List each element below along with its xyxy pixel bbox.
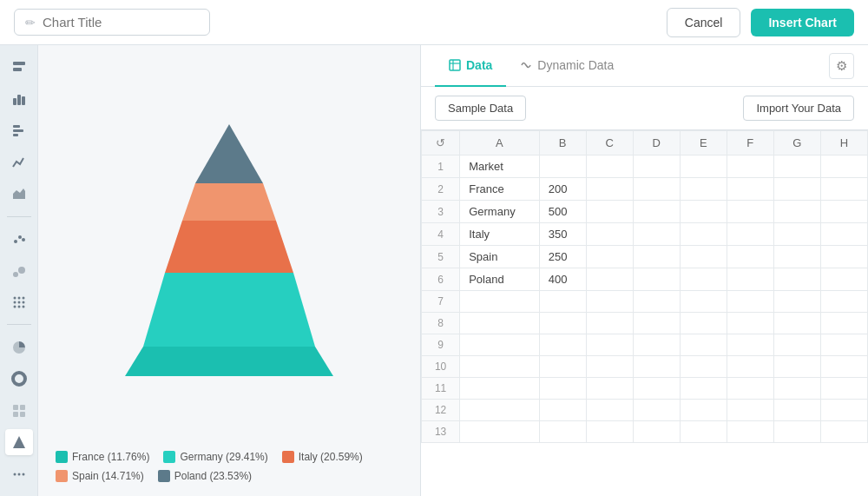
cell-empty[interactable] xyxy=(820,291,867,313)
cell-empty[interactable] xyxy=(586,223,633,246)
cell-empty[interactable] xyxy=(773,334,820,356)
cell-empty[interactable] xyxy=(680,178,727,201)
cell-empty[interactable] xyxy=(633,313,680,334)
cell-empty[interactable] xyxy=(773,313,820,334)
cell-empty[interactable] xyxy=(633,178,680,201)
cell-empty[interactable] xyxy=(586,291,633,313)
cell-empty[interactable] xyxy=(773,268,820,291)
cell-empty[interactable] xyxy=(773,155,820,178)
cell-empty[interactable] xyxy=(820,313,867,334)
cell-empty[interactable] xyxy=(633,400,680,421)
cell-empty[interactable] xyxy=(586,356,633,378)
cell-empty[interactable] xyxy=(680,334,727,356)
cell-empty[interactable] xyxy=(680,356,727,378)
sidebar-item-line[interactable] xyxy=(5,149,33,176)
cell-empty[interactable] xyxy=(586,421,633,443)
cell-empty[interactable] xyxy=(680,313,727,334)
sidebar-item-grid[interactable] xyxy=(5,397,33,424)
cell-a[interactable] xyxy=(460,378,539,400)
cell-empty[interactable] xyxy=(680,400,727,421)
cell-b[interactable]: 350 xyxy=(539,223,586,246)
cell-empty[interactable] xyxy=(727,201,773,223)
cell-b[interactable] xyxy=(539,334,586,356)
cell-b[interactable] xyxy=(539,155,586,178)
cell-empty[interactable] xyxy=(727,421,773,443)
cell-a[interactable] xyxy=(460,421,539,443)
cell-a[interactable]: Italy xyxy=(460,223,539,246)
sidebar-item-bubble[interactable] xyxy=(5,257,33,284)
cell-a[interactable]: Poland xyxy=(460,268,539,291)
cell-empty[interactable] xyxy=(680,421,727,443)
cell-empty[interactable] xyxy=(773,378,820,400)
cell-empty[interactable] xyxy=(727,246,773,268)
cell-empty[interactable] xyxy=(820,178,867,201)
import-data-button[interactable]: Import Your Data xyxy=(743,96,854,121)
cell-empty[interactable] xyxy=(727,155,773,178)
cell-empty[interactable] xyxy=(680,246,727,268)
cell-empty[interactable] xyxy=(680,223,727,246)
sidebar-item-area[interactable] xyxy=(5,181,33,208)
cell-empty[interactable] xyxy=(586,178,633,201)
sidebar-item-bar-h[interactable] xyxy=(5,117,33,144)
cell-empty[interactable] xyxy=(820,334,867,356)
data-table-wrapper[interactable]: ↺ A B C D E F G H 1Market2France2003Germ… xyxy=(421,130,868,496)
cell-empty[interactable] xyxy=(586,400,633,421)
cell-empty[interactable] xyxy=(680,291,727,313)
cell-empty[interactable] xyxy=(820,201,867,223)
cell-b[interactable] xyxy=(539,313,586,334)
cell-b[interactable] xyxy=(539,291,586,313)
cell-empty[interactable] xyxy=(633,201,680,223)
cell-b[interactable]: 200 xyxy=(539,178,586,201)
cell-a[interactable]: Spain xyxy=(460,246,539,268)
cell-a[interactable]: Market xyxy=(460,155,539,178)
cell-empty[interactable] xyxy=(586,201,633,223)
settings-button[interactable]: ⚙ xyxy=(829,53,854,79)
cell-a[interactable] xyxy=(460,291,539,313)
cell-empty[interactable] xyxy=(680,201,727,223)
cell-empty[interactable] xyxy=(633,223,680,246)
cell-empty[interactable] xyxy=(820,356,867,378)
cell-empty[interactable] xyxy=(633,356,680,378)
cell-empty[interactable] xyxy=(727,313,773,334)
cell-empty[interactable] xyxy=(727,400,773,421)
cell-empty[interactable] xyxy=(633,155,680,178)
sidebar-item-donut[interactable] xyxy=(5,366,33,393)
cell-b[interactable] xyxy=(539,378,586,400)
cell-a[interactable]: France xyxy=(460,178,539,201)
cell-empty[interactable] xyxy=(586,334,633,356)
cell-empty[interactable] xyxy=(633,268,680,291)
tab-dynamic-data[interactable]: Dynamic Data xyxy=(506,45,628,87)
cell-empty[interactable] xyxy=(773,291,820,313)
cell-empty[interactable] xyxy=(727,291,773,313)
cancel-button[interactable]: Cancel xyxy=(667,8,741,37)
cell-empty[interactable] xyxy=(680,378,727,400)
cell-empty[interactable] xyxy=(773,246,820,268)
cell-empty[interactable] xyxy=(633,246,680,268)
sidebar-item-column[interactable] xyxy=(5,86,33,113)
sidebar-item-more[interactable] xyxy=(5,460,33,487)
insert-chart-button[interactable]: Insert Chart xyxy=(751,9,854,36)
sidebar-item-pie[interactable] xyxy=(5,334,33,360)
cell-a[interactable] xyxy=(460,400,539,421)
cell-empty[interactable] xyxy=(633,334,680,356)
cell-empty[interactable] xyxy=(820,400,867,421)
sidebar-item-scatter[interactable] xyxy=(5,226,33,253)
cell-empty[interactable] xyxy=(773,400,820,421)
sidebar-item-dotted[interactable] xyxy=(5,289,33,316)
cell-empty[interactable] xyxy=(820,155,867,178)
cell-empty[interactable] xyxy=(773,356,820,378)
cell-empty[interactable] xyxy=(773,201,820,223)
cell-b[interactable] xyxy=(539,400,586,421)
cell-empty[interactable] xyxy=(820,246,867,268)
cell-empty[interactable] xyxy=(727,178,773,201)
cell-b[interactable]: 400 xyxy=(539,268,586,291)
cell-empty[interactable] xyxy=(820,378,867,400)
cell-b[interactable]: 250 xyxy=(539,246,586,268)
cell-b[interactable] xyxy=(539,421,586,443)
sidebar-item-pyramid[interactable] xyxy=(5,429,33,456)
cell-empty[interactable] xyxy=(680,155,727,178)
chart-title-input[interactable] xyxy=(43,15,199,30)
cell-empty[interactable] xyxy=(773,178,820,201)
tab-data[interactable]: Data xyxy=(435,45,506,87)
cell-empty[interactable] xyxy=(727,334,773,356)
